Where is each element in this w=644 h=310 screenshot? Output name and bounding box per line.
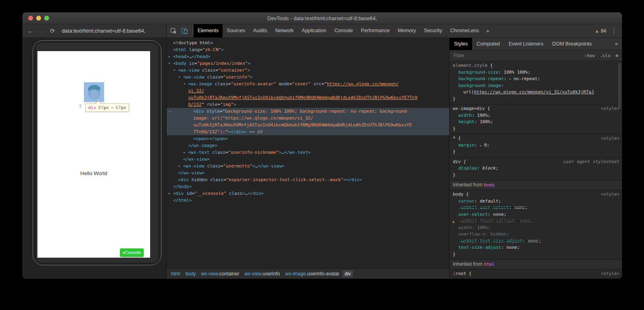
collapse-arrow-icon[interactable]: ▾ (173, 67, 175, 74)
expand-arrow-icon[interactable]: ▸ (178, 163, 180, 169)
tree-line[interactable]: </wx-view> (167, 156, 449, 163)
tab-audits[interactable]: Audits (249, 24, 271, 37)
css-property[interactable]: cursor: default; (450, 198, 622, 205)
vconsole-button[interactable]: vConsole (120, 248, 144, 257)
css-property[interactable]: width: 100%; (450, 112, 622, 119)
tree-line[interactable]: <div hidden class="exparser-inspector-to… (167, 176, 449, 183)
tree-line[interactable]: ⋯<div style="background-size: 100% 100%;… (167, 108, 449, 115)
breadcrumb-div[interactable]: div (343, 270, 353, 277)
tree-line[interactable]: ▾<wx-view class="userinfo"> (167, 74, 449, 81)
sidebar-tab-dom-breakpoints[interactable]: DOM Breakpoints (548, 38, 597, 50)
rule-origin[interactable]: <style> (601, 135, 619, 142)
rule-origin[interactable]: <style> (601, 271, 619, 277)
tab-memory[interactable]: Memory (394, 24, 420, 37)
userinfo-avatar-image[interactable] (84, 83, 104, 102)
tree-line[interactable]: vi_32/ (167, 87, 449, 94)
css-property[interactable]: user-select: none; (450, 211, 622, 218)
rule-selector[interactable]: wx-image>div {<style> (450, 105, 622, 112)
tab-application[interactable]: Application (298, 24, 330, 37)
breadcrumb-wx-view[interactable]: wx-view.userinfo (242, 270, 282, 277)
tree-line[interactable]: ▾<wx-view class="container"> (167, 67, 449, 74)
tree-line[interactable]: <!doctype html> (167, 39, 449, 46)
collapse-arrow-icon[interactable]: ▾ (178, 74, 180, 81)
collapse-arrow-icon[interactable]: ▾ (168, 60, 170, 67)
tree-line[interactable]: ▸<wx-view class="usermotto">…</wx-view> (167, 163, 449, 169)
tree-line[interactable]: </wx-view> (167, 169, 449, 176)
sidebar-tab-event-listeners[interactable]: Event Listeners (504, 38, 548, 50)
css-property[interactable]: width: 100%; (450, 225, 622, 231)
css-property[interactable]: display: block; (450, 165, 622, 172)
back-icon[interactable]: ← (27, 27, 33, 34)
rule-origin[interactable]: <style> (601, 191, 619, 198)
css-property[interactable]: url(https://wx.qlogo.cn/mmopen/vi_32/xuT… (450, 89, 622, 96)
tree-line[interactable]: </body> (167, 183, 449, 190)
tree-line[interactable]: Q/132" role="img"> (167, 101, 449, 108)
sidebar-tab-computed[interactable]: Computed (472, 38, 504, 50)
tree-line[interactable]: </wx-image> (167, 142, 449, 149)
expand-arrow-icon[interactable]: ▸ (168, 53, 170, 60)
breadcrumb-wx-image[interactable]: wx-image.userinfo-avatar (283, 270, 341, 277)
tree-line[interactable]: ▾<wx-image class="userinfo-avatar" mode=… (167, 81, 449, 87)
rule-origin[interactable]: <style> (601, 105, 619, 112)
rule-selector[interactable]: :root {<style> (450, 271, 622, 277)
tab-performance[interactable]: Performance (357, 24, 394, 37)
close-window-button[interactable] (28, 16, 33, 21)
tree-line[interactable]: image: url("https://wx.qlogo.cn/mmopen/v… (167, 115, 449, 122)
more-sidebar-tabs-icon[interactable]: » (613, 38, 620, 50)
tab-sources[interactable]: Sources (223, 24, 249, 37)
rule-selector[interactable]: div {user agent stylesheet (450, 159, 622, 165)
breadcrumb-wx-view[interactable]: wx-view.container (199, 270, 242, 277)
css-property[interactable]: background-repeat: ▸ no-repeat; (450, 76, 622, 83)
tree-line[interactable]: <html lang="zh-CN"> (167, 46, 449, 53)
element-classes-button[interactable]: .cls (600, 53, 611, 58)
rule-selector[interactable]: * {<style> (450, 135, 622, 142)
breadcrumb-html[interactable]: html (169, 270, 182, 277)
forward-icon[interactable]: → (39, 27, 45, 34)
tree-line[interactable]: xuTu0k3jRTaJKmsXVMnfjASTusInO4ibcmQbhub1… (167, 94, 449, 101)
more-tabs-icon[interactable]: » (483, 24, 492, 37)
css-property[interactable]: -webkit-user-select: none; (450, 205, 622, 211)
tab-security[interactable]: Security (420, 24, 446, 37)
styles-filter-input[interactable] (453, 52, 580, 59)
sidebar-tab-styles[interactable]: Styles (450, 38, 472, 50)
tree-line[interactable]: xuTu0k3jRTaJKmsXVMnfjASTusInO4ibcmQbhub1… (167, 122, 449, 128)
css-property[interactable]: --safe-area-inset-top: env(safe-area-ins… (450, 277, 622, 279)
tab-network[interactable]: Network (271, 24, 298, 37)
tab-console[interactable]: Console (330, 24, 357, 37)
zoom-window-button[interactable] (44, 16, 49, 21)
devtools-menu-icon[interactable]: ⋮ (611, 27, 617, 35)
node-link[interactable]: html (484, 262, 495, 267)
tree-line[interactable]: ▾<body is="pages/index/index"> (167, 60, 449, 67)
tree-line[interactable]: 7Tn9Q/132");"></div> == $0 (167, 128, 449, 135)
css-property[interactable]: overflow-x: hidden; (450, 231, 622, 238)
reload-icon[interactable]: ⟳ (50, 27, 55, 35)
css-property[interactable]: -webkit-text-size-adjust: none; (450, 238, 622, 245)
device-screen[interactable]: T div 67px × 67px Hello World vConsole (37, 51, 150, 258)
tree-line[interactable]: <span></span> (167, 135, 449, 142)
breadcrumb-body[interactable]: body (184, 270, 198, 277)
address-bar[interactable]: data:text/html;charset=utf-8;base64, (62, 28, 146, 34)
toggle-device-toolbar-icon[interactable] (181, 27, 188, 34)
css-property[interactable]: margin: ▸ 0; (450, 142, 622, 149)
minimize-window-button[interactable] (36, 16, 41, 21)
rule-selector[interactable]: element.style { (450, 62, 622, 69)
tab-elements[interactable]: Elements (194, 24, 223, 37)
expand-arrow-icon[interactable]: ▸ (184, 149, 186, 156)
rule-selector[interactable]: body {<style> (450, 191, 622, 198)
css-property[interactable]: text-size-adjust: none; (450, 244, 622, 251)
styles-scrollbar[interactable] (618, 63, 621, 109)
expand-arrow-icon[interactable]: ▸ (168, 190, 170, 197)
toggle-element-state-button[interactable]: :hov (584, 53, 595, 58)
inspect-element-icon[interactable] (170, 27, 177, 34)
window-titlebar[interactable]: DevTools - data:text/html;charset=utf-8;… (23, 12, 622, 24)
css-property[interactable]: ▲-webkit-touch-callout: none; (450, 218, 622, 225)
tree-line[interactable]: </html> (167, 197, 449, 204)
warnings-badge[interactable]: ▲ 84 (595, 28, 606, 34)
rule-origin[interactable]: user agent stylesheet (564, 159, 619, 165)
tree-line[interactable]: ▸<head>…</head> (167, 53, 449, 60)
css-property[interactable]: height: 100%; (450, 119, 622, 126)
new-style-rule-button[interactable]: + (615, 52, 619, 59)
tree-line[interactable]: ▸<wx-text class="userinfo-nickname">…</w… (167, 149, 449, 156)
node-link[interactable]: body (484, 182, 495, 188)
css-property[interactable]: background-size: 100% 100%; (450, 69, 622, 76)
